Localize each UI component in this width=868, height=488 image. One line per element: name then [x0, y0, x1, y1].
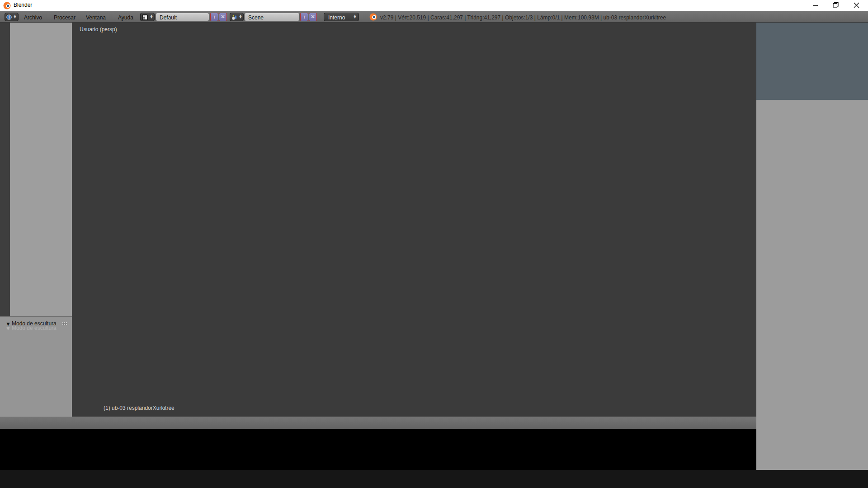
- svg-text:i: i: [9, 15, 10, 19]
